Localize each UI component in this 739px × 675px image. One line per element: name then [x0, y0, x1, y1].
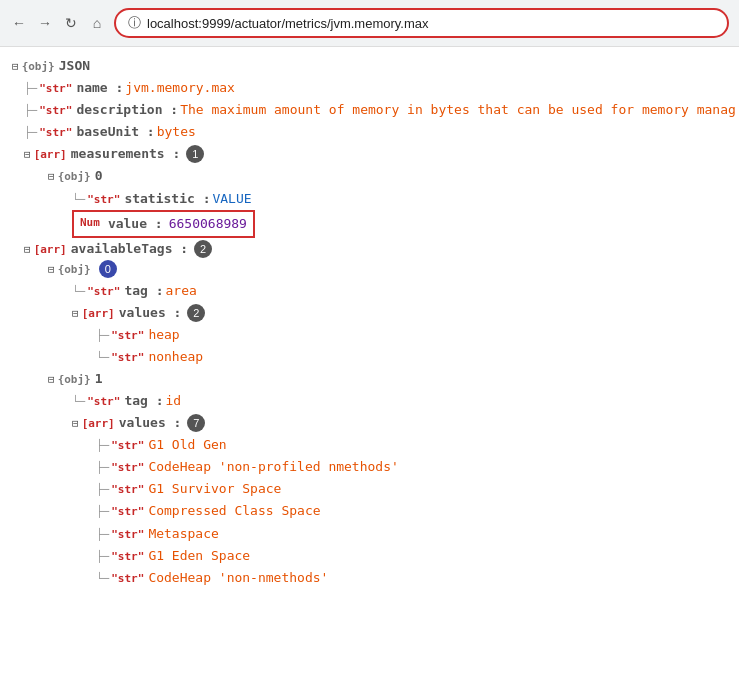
measurements-key: measurements :: [71, 143, 181, 165]
connector: └─: [72, 191, 85, 210]
desc-key: description :: [76, 99, 178, 121]
statistic-key: statistic :: [124, 188, 210, 210]
measurements-count: 1: [186, 145, 204, 163]
tag0-val2: nonheap: [148, 346, 203, 368]
name-type: "str": [39, 80, 72, 99]
tag1-val2-row: ├─ "str" CodeHeap 'non-profiled nmethods…: [12, 456, 727, 478]
tag1-val3: G1 Survivor Space: [148, 478, 281, 500]
desc-value: The maximum amount of memory in bytes th…: [180, 99, 736, 121]
back-button[interactable]: ←: [10, 14, 28, 32]
root-type: {obj}: [22, 58, 55, 77]
tag0-values-count: 2: [187, 304, 205, 322]
desc-row: ├─ "str" description : The maximum amoun…: [12, 99, 727, 121]
address-bar[interactable]: ⓘ localhost:9999/actuator/metrics/jvm.me…: [114, 8, 729, 38]
statistic-value: VALUE: [212, 188, 251, 210]
tag1-val4-row: ├─ "str" Compressed Class Space: [12, 500, 727, 522]
tag1-values-type: [arr]: [82, 415, 115, 434]
browser-toolbar: ← → ↻ ⌂ ⓘ localhost:9999/actuator/metric…: [0, 0, 739, 47]
tag1-val6-row: ├─ "str" G1 Eden Space: [12, 545, 727, 567]
name-key: name :: [76, 77, 123, 99]
baseunit-row: ├─ "str" baseUnit : bytes: [12, 121, 727, 143]
name-row: ├─ "str" name : jvm.memory.max: [12, 77, 727, 99]
json-tree: ⊟ {obj} JSON ├─ "str" name : jvm.memory.…: [0, 47, 739, 597]
tag1-tag-key: tag :: [124, 390, 163, 412]
m-obj0-collapse[interactable]: ⊟: [48, 168, 55, 187]
tag0-index-badge: 0: [99, 260, 117, 278]
m-obj0-type: {obj}: [58, 168, 91, 187]
tag1-v1-type: "str": [111, 437, 144, 456]
refresh-button[interactable]: ↻: [62, 14, 80, 32]
tag1-values-row: ⊟ [arr] values : 7: [12, 412, 727, 434]
tag0-v2-type: "str": [111, 349, 144, 368]
statistic-type: "str": [87, 191, 120, 210]
connector: ├─: [24, 124, 37, 143]
value-type: Num: [80, 214, 100, 233]
connector: ├─: [96, 481, 109, 500]
tag1-v2-type: "str": [111, 459, 144, 478]
root-collapse[interactable]: ⊟: [12, 58, 19, 77]
connector: └─: [72, 283, 85, 302]
connector: ├─: [96, 327, 109, 346]
availabletags-key: availableTags :: [71, 238, 188, 260]
forward-button[interactable]: →: [36, 14, 54, 32]
baseunit-value: bytes: [157, 121, 196, 143]
connector: └─: [72, 393, 85, 412]
tag0-values-type: [arr]: [82, 305, 115, 324]
value-number: 6650068989: [169, 213, 247, 235]
tag1-val7-row: └─ "str" CodeHeap 'non-nmethods': [12, 567, 727, 589]
tag1-tag-type: "str": [87, 393, 120, 412]
connector: └─: [96, 570, 109, 589]
tag1-val2: CodeHeap 'non-profiled nmethods': [148, 456, 398, 478]
tag0-tag-value: area: [166, 280, 197, 302]
tag1-val4: Compressed Class Space: [148, 500, 320, 522]
tag1-values-count: 7: [187, 414, 205, 432]
m-obj0-label: 0: [95, 165, 103, 187]
measurements-row: ⊟ [arr] measurements : 1: [12, 143, 727, 165]
tag1-val5: Metaspace: [148, 523, 218, 545]
tag1-index-label: 1: [95, 368, 103, 390]
connector: ├─: [96, 503, 109, 522]
baseunit-type: "str": [39, 124, 72, 143]
root-label: JSON: [59, 55, 90, 77]
measurements-obj0-row: ⊟ {obj} 0: [12, 165, 727, 187]
desc-type: "str": [39, 102, 72, 121]
connector: ├─: [24, 102, 37, 121]
tag1-v3-type: "str": [111, 481, 144, 500]
measurements-collapse[interactable]: ⊟: [24, 146, 31, 165]
availabletags-count: 2: [194, 240, 212, 258]
tag1-val3-row: ├─ "str" G1 Survivor Space: [12, 478, 727, 500]
tag0-type: {obj}: [58, 261, 91, 280]
tag1-val1: G1 Old Gen: [148, 434, 226, 456]
tag1-v6-type: "str": [111, 548, 144, 567]
tag0-collapse[interactable]: ⊟: [48, 261, 55, 280]
value-highlight-box: Num value : 6650068989: [72, 210, 255, 238]
tag0-values-collapse[interactable]: ⊟: [72, 305, 79, 324]
availabletags-type: [arr]: [34, 241, 67, 260]
measurements-type: [arr]: [34, 146, 67, 165]
tag0-tag-type: "str": [87, 283, 120, 302]
tag1-values-collapse[interactable]: ⊟: [72, 415, 79, 434]
tag1-v7-type: "str": [111, 570, 144, 589]
tag1-val1-row: ├─ "str" G1 Old Gen: [12, 434, 727, 456]
connector: ├─: [96, 526, 109, 545]
connector: ├─: [24, 80, 37, 99]
tag1-v5-type: "str": [111, 526, 144, 545]
tag0-values-row: ⊟ [arr] values : 2: [12, 302, 727, 324]
connector: ├─: [96, 437, 109, 456]
tag1-type: {obj}: [58, 371, 91, 390]
statistic-row: └─ "str" statistic : VALUE: [12, 188, 727, 210]
tag0-tag-key: tag :: [124, 280, 163, 302]
name-value: jvm.memory.max: [125, 77, 235, 99]
tag1-val6: G1 Eden Space: [148, 545, 250, 567]
tag0-v1-type: "str": [111, 327, 144, 346]
value-key: value :: [108, 213, 163, 235]
baseunit-key: baseUnit :: [76, 121, 154, 143]
tag0-val2-row: └─ "str" nonheap: [12, 346, 727, 368]
home-button[interactable]: ⌂: [88, 14, 106, 32]
tag1-val7: CodeHeap 'non-nmethods': [148, 567, 328, 589]
tag1-collapse[interactable]: ⊟: [48, 371, 55, 390]
tag0-val1: heap: [148, 324, 179, 346]
value-row: Num value : 6650068989: [12, 210, 727, 238]
availabletags-collapse[interactable]: ⊟: [24, 241, 31, 260]
tag0-val1-row: ├─ "str" heap: [12, 324, 727, 346]
